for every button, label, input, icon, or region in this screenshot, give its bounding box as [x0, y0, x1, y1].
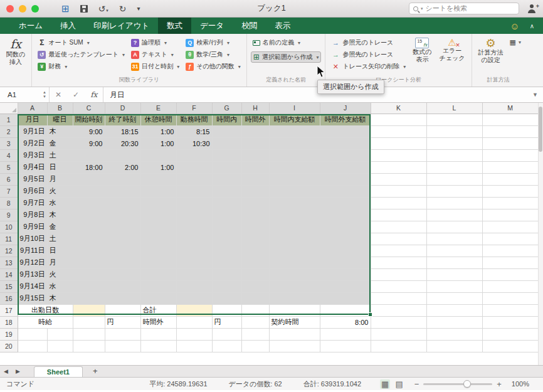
zoom-slider-thumb[interactable]: [463, 380, 471, 388]
cell-D18[interactable]: 円: [105, 316, 140, 328]
cell-B12[interactable]: 日: [47, 245, 73, 257]
cell-E4[interactable]: [140, 149, 176, 161]
row-header-3[interactable]: 3: [0, 137, 18, 149]
cell-D15[interactable]: [105, 280, 140, 292]
cell-M12[interactable]: [482, 245, 538, 257]
cell-K14[interactable]: [371, 268, 426, 280]
row-header-1[interactable]: 1: [0, 114, 18, 125]
col-header-I[interactable]: I: [269, 103, 320, 114]
feedback-smiley-icon[interactable]: ☺: [510, 21, 519, 31]
row-header-14[interactable]: 14: [0, 268, 18, 280]
trace-dependents-button[interactable]: →参照先のトレース: [329, 49, 408, 60]
cell-G1[interactable]: 時間内: [212, 114, 241, 125]
cell-A6[interactable]: 9月5日: [18, 173, 47, 185]
cell-E13[interactable]: [140, 257, 176, 268]
cell-L8[interactable]: [426, 197, 482, 209]
cell-H3[interactable]: [241, 137, 269, 149]
cell-G2[interactable]: [212, 125, 241, 137]
name-box-stepper[interactable]: ▲▼: [43, 90, 46, 98]
cell-J20[interactable]: [320, 340, 371, 352]
cell-J2[interactable]: [320, 125, 371, 137]
cell-F16[interactable]: [176, 292, 212, 304]
cell-I10[interactable]: [269, 221, 320, 233]
insert-function-button[interactable]: fx 関数の 挿入: [4, 37, 28, 66]
cell-A8[interactable]: 9月7日: [18, 197, 47, 209]
cell-B4[interactable]: 土: [47, 149, 73, 161]
cell-L14[interactable]: [426, 268, 482, 280]
cell-M17[interactable]: [482, 304, 538, 316]
cell-E8[interactable]: [140, 197, 176, 209]
tab-review[interactable]: 校閲: [233, 18, 266, 34]
cell-B14[interactable]: 火: [47, 268, 73, 280]
row-header-19[interactable]: 19: [0, 328, 18, 340]
cell-K15[interactable]: [371, 280, 426, 292]
cell-B11[interactable]: 土: [47, 233, 73, 245]
cell-F1[interactable]: 勤務時間: [176, 114, 212, 125]
cell-F11[interactable]: [176, 233, 212, 245]
cell-K20[interactable]: [371, 340, 426, 352]
cell-H4[interactable]: [241, 149, 269, 161]
remove-arrows-button[interactable]: ✕トレース矢印の削除▾: [329, 61, 408, 72]
row-header-18[interactable]: 18: [0, 316, 18, 328]
cell-K16[interactable]: [371, 292, 426, 304]
cell-E17[interactable]: 合計: [140, 304, 176, 316]
cell-G17[interactable]: [212, 304, 241, 316]
cell-K5[interactable]: [371, 161, 426, 173]
cell-D19[interactable]: [105, 328, 140, 340]
cell-M8[interactable]: [482, 197, 538, 209]
cell-I15[interactable]: [269, 280, 320, 292]
cell-E2[interactable]: 1:00: [140, 125, 176, 137]
cell-C15[interactable]: [73, 280, 105, 292]
cell-A17[interactable]: 出勤日数: [18, 304, 73, 316]
cell-H16[interactable]: [241, 292, 269, 304]
tab-page-layout[interactable]: 印刷レイアウト: [85, 18, 158, 34]
collapse-ribbon-chevron-icon[interactable]: ∧: [530, 23, 534, 29]
cell-C17[interactable]: [73, 304, 105, 316]
cell-A9[interactable]: 9月8日: [18, 209, 47, 221]
cell-A18[interactable]: 時給: [18, 316, 73, 328]
cell-J3[interactable]: [320, 137, 371, 149]
cell-F5[interactable]: [176, 161, 212, 173]
cell-J5[interactable]: [320, 161, 371, 173]
cell-F3[interactable]: 10:30: [176, 137, 212, 149]
cell-E18[interactable]: 時間外: [140, 316, 176, 328]
recent-functions-button[interactable]: ↺最近使ったテンプレート▾: [36, 49, 127, 60]
col-header-D[interactable]: D: [105, 103, 140, 114]
cell-B10[interactable]: 金: [47, 221, 73, 233]
cell-M19[interactable]: [482, 328, 538, 340]
cell-E1[interactable]: 休憩時間: [140, 114, 176, 125]
cell-J7[interactable]: [320, 185, 371, 197]
cell-H1[interactable]: 時間外: [241, 114, 269, 125]
cell-K13[interactable]: [371, 257, 426, 268]
cell-M6[interactable]: [482, 173, 538, 185]
formula-content[interactable]: 月日: [110, 90, 124, 100]
cell-I9[interactable]: [269, 209, 320, 221]
cell-C18[interactable]: [73, 316, 105, 328]
cell-K8[interactable]: [371, 197, 426, 209]
confirm-entry-button[interactable]: ✓: [67, 90, 85, 99]
close-window-button[interactable]: [6, 5, 14, 13]
cell-M15[interactable]: [482, 280, 538, 292]
cell-A3[interactable]: 9月2日: [18, 137, 47, 149]
cell-H19[interactable]: [241, 328, 269, 340]
cell-D13[interactable]: [105, 257, 140, 268]
cell-G16[interactable]: [212, 292, 241, 304]
date-time-button[interactable]: 31日付と時刻▾: [129, 61, 181, 72]
share-person-icon[interactable]: +: [527, 4, 537, 13]
cell-J13[interactable]: [320, 257, 371, 268]
cell-F12[interactable]: [176, 245, 212, 257]
tab-data[interactable]: データ: [191, 18, 233, 34]
cell-K17[interactable]: [371, 304, 426, 316]
cell-A10[interactable]: 9月9日: [18, 221, 47, 233]
cell-F2[interactable]: 8:15: [176, 125, 212, 137]
cell-H15[interactable]: [241, 280, 269, 292]
normal-view-icon[interactable]: ▦: [380, 379, 390, 389]
zoom-slider[interactable]: [423, 383, 492, 385]
cell-M4[interactable]: [482, 149, 538, 161]
cell-K6[interactable]: [371, 173, 426, 185]
cell-L13[interactable]: [426, 257, 482, 268]
cell-F9[interactable]: [176, 209, 212, 221]
cell-K18[interactable]: [371, 316, 426, 328]
insert-function-fx-button[interactable]: fx: [85, 90, 103, 99]
cell-L18[interactable]: [426, 316, 482, 328]
